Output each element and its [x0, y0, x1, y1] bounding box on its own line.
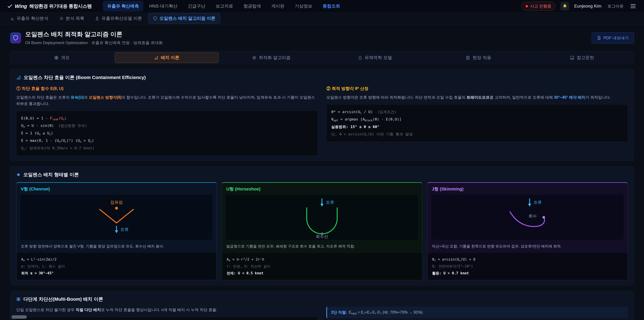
incident-dot-icon: [526, 5, 528, 8]
tab-bar: 유출유 확산분석 분석 목록 유출유확산모델 이론 오일펜스 배치 알고리즘 이…: [0, 13, 644, 25]
scrollbar-thumb[interactable]: [12, 315, 27, 319]
chart-icon: [10, 16, 14, 21]
optimal-angle-paragraph: 오일펜스 방향각은 조류 방향에 따라 최적화됩니다. 차단 면적과 오일 수집…: [326, 94, 628, 101]
logo-wordmark: Wing: [15, 3, 27, 9]
nav-item-emergency-rescue[interactable]: 긴급구난: [184, 1, 210, 12]
multiboom-paragraph: 단일 오일펜스로 차단 불가한 경우 직렬 다단 배치로 누적 차단 효율을 향…: [16, 307, 318, 313]
section-tab-overview[interactable]: 개요: [10, 51, 114, 64]
current-arrowhead: [528, 204, 531, 207]
boom-shield-icon: [10, 32, 21, 44]
flask-icon: [95, 16, 99, 21]
deployment-shapes-card: 오일펜스 배치 형태별 이론 V형 (Chevron) 집유점 조류 조류 방향…: [10, 166, 634, 285]
tab-analysis-list[interactable]: 분석 목록: [54, 13, 89, 24]
u-shape-description: 말굽형으로 기름을 완전 포위. 폐쇄형 구조로 회수 효율 최고. 저조류 해…: [222, 240, 422, 252]
nav-item-reports[interactable]: 보고자료: [211, 1, 238, 12]
nav-item-integrated-search[interactable]: 통합조회: [318, 1, 344, 12]
current-arrowhead: [115, 230, 118, 233]
book-icon: [570, 56, 574, 60]
section-tabs: 개요 배치 이론 최적화 알고리즘 유체역학 모델 현장 적용 참고문헌: [10, 51, 634, 64]
wing-logo-icon: [8, 4, 12, 9]
multiboom-card: 다단계 차단선(Multi-Boom) 배치 이론 단일 오일펜스로 차단 불가…: [10, 291, 634, 320]
v-shape-code: AV = L²·sin(2α)/2α: 반개각, L: 펜스 길이최적 α = …: [16, 252, 216, 280]
optimal-angle-heading: ② 최적 방향각 θ* 산정: [326, 86, 628, 91]
efficiency-function-heading: ① 차단 효율 함수 E(θ, U): [16, 86, 318, 91]
v-shape-card: V형 (Chevron) 집유점 조류 조류 방향 정면에서 양측으로 펼친 V…: [16, 182, 217, 280]
droplet-icon: [358, 56, 362, 60]
efficiency-function-paragraph: 오일펜스의 차단 효율은 조류의 유속(U)과 오일펜스 방향각(θ)의 함수입…: [16, 94, 318, 107]
ruler-icon: [154, 56, 158, 60]
current-label: 조류: [534, 200, 542, 205]
grid-icon: [16, 297, 21, 301]
recovery-point-dot: [542, 216, 545, 218]
efficiency-card-title: 오일펜스 차단 효율 이론 (Boom Containment Efficien…: [24, 74, 146, 81]
nav-right: 사고 진행중 Eunjeong Kim 로그아웃: [522, 2, 636, 11]
v-boom-lines: [100, 209, 133, 223]
j-shape-title: J형 (Skimming): [428, 183, 628, 194]
nav-item-aerial-search[interactable]: 항공탐색: [239, 1, 265, 12]
document-icon: [597, 36, 601, 40]
app-logo[interactable]: Wing 해양환경 위기대응 통합시스템: [8, 3, 92, 10]
page-subtitle: Oil Boom Deployment Optimization · 유출유 확…: [25, 40, 163, 46]
app-title: 해양환경 위기대응 통합시스템: [29, 3, 92, 10]
section-tab-references[interactable]: 참고문헌: [530, 51, 634, 64]
top-nav: Wing 해양환경 위기대응 통합시스템 유출유 확산예측 HNS·대기확산 긴…: [0, 0, 644, 13]
nav-item-board[interactable]: 게시판: [267, 1, 289, 12]
note-two-stage-series: 2단 직렬:Etotal = E₁+E₂-E₁·E₂ (예: 70%+70% →…: [326, 307, 628, 318]
diamond-icon: [16, 172, 21, 177]
list-icon: [59, 16, 64, 21]
main-content: 오일펜스 차단 효율 이론 (Boom Containment Efficien…: [0, 69, 644, 320]
section-tab-field-application[interactable]: 현장 적용: [427, 51, 530, 64]
menu-icon[interactable]: [630, 3, 636, 9]
notification-bell-button[interactable]: [560, 2, 569, 11]
v-shape-diagram: 집유점 조류: [20, 194, 213, 240]
page-title: 오일펜스 배치 최적화 알고리즘 이론: [25, 30, 163, 39]
pdf-export-button[interactable]: PDF 내보내기: [592, 32, 634, 44]
building-icon: [466, 56, 470, 60]
efficiency-right-column: ② 최적 방향각 θ* 산정 오일펜스 방향각은 조류 방향에 따라 최적화됩니…: [326, 85, 628, 156]
j-shape-description: 직선+곡선 조합. 기름을 한쪽으로 편향 유도하여 집유. 강조류/연안 배치…: [428, 240, 628, 252]
tab-boom-algorithm-theory[interactable]: 오일펜스 배치 알고리즘 이론: [148, 13, 220, 24]
efficiency-card: 오일펜스 차단 효율 이론 (Boom Containment Efficien…: [10, 69, 634, 161]
v-shape-description: 조류 방향 정면에서 양측으로 펼친 V형. 기름을 중앙 집유점으로 유도. …: [16, 240, 216, 252]
angle-ruler-icon: [16, 75, 21, 80]
j-shape-code: θJ = arcsin(Uc/U) + δδ: 안전여유각(5°~10°)활용:…: [428, 252, 628, 280]
u-shape-card: U형 (Horseshoe) 조류 회수선 말굽형으로 기름을 완전 포위. 폐…: [222, 182, 422, 280]
section-tab-hydrodynamics[interactable]: 유체역학 모델: [323, 51, 427, 64]
multiboom-notes: 2단 직렬:Etotal = E₁+E₂-E₁·E₂ (예: 70%+70% →…: [326, 307, 628, 320]
optimal-angle-code: θ* = arcsin(Uc / U) (임계조건)θopt = argmax …: [326, 104, 628, 142]
gear-icon: [252, 56, 256, 60]
tab-diffusion-model-theory[interactable]: 유출유확산모델 이론: [90, 13, 146, 24]
section-tab-optimization-algorithm[interactable]: 최적화 알고리즘: [220, 51, 323, 64]
multiboom-code: Etotal = 1 - Π(1-Ei)Ei: i번째 오일펜스 단독 차단효율: [16, 317, 318, 320]
tab-spill-analysis[interactable]: 유출유 확산분석: [5, 13, 53, 24]
recovery-label: 회수: [528, 214, 537, 218]
u-shape-title: U형 (Horseshoe): [222, 183, 422, 194]
nav-item-weather[interactable]: 기상정보: [290, 1, 317, 12]
section-tab-deployment-theory[interactable]: 배치 이론: [115, 52, 219, 63]
u-shape-diagram: 조류 회수선: [226, 194, 418, 240]
incident-status-badge[interactable]: 사고 진행중: [522, 2, 556, 11]
user-name: Eunjeong Kim: [574, 4, 602, 9]
nav-item-oil-spill-prediction[interactable]: 유출유 확산예측: [103, 1, 143, 12]
u-boom-line: [307, 208, 337, 234]
j-shape-card: J형 (Skimming) 조류 회수 직선+곡선 조합. 기름을 한쪽으로 편…: [427, 182, 628, 280]
j-shape-diagram: 조류 회수: [431, 194, 624, 240]
globe-icon: [54, 56, 58, 60]
incident-status-label: 사고 진행중: [530, 4, 551, 9]
current-label: 조류: [326, 200, 334, 205]
bell-icon: [562, 4, 567, 9]
v-shape-title: V형 (Chevron): [16, 183, 216, 194]
shield-icon: [153, 16, 157, 21]
logout-button[interactable]: 로그아웃: [606, 3, 624, 9]
multiboom-title: 다단계 차단선(Multi-Boom) 배치 이론: [23, 296, 103, 302]
collection-point-dot: [115, 207, 118, 210]
page-header: 오일펜스 배치 최적화 알고리즘 이론 Oil Boom Deployment …: [0, 25, 644, 50]
j-boom-curve: [510, 212, 544, 226]
efficiency-function-code: E(θ,U) = 1 - Fleak(Un)Un = U · sin(θ) (법…: [16, 111, 318, 156]
efficiency-left-column: ① 차단 효율 함수 E(θ, U) 오일펜스의 차단 효율은 조류의 유속(U…: [16, 85, 318, 156]
current-arrowhead: [320, 204, 324, 207]
nav-item-hns-atmospheric[interactable]: HNS·대기확산: [145, 1, 182, 12]
collection-point-label: 집유점: [110, 200, 123, 205]
multiboom-left-column: 단일 오일펜스로 차단 불가한 경우 직렬 다단 배치로 누적 차단 효율을 향…: [16, 307, 318, 320]
main-nav: 유출유 확산예측 HNS·대기확산 긴급구난 보고자료 항공탐색 게시판 기상정…: [103, 1, 344, 12]
